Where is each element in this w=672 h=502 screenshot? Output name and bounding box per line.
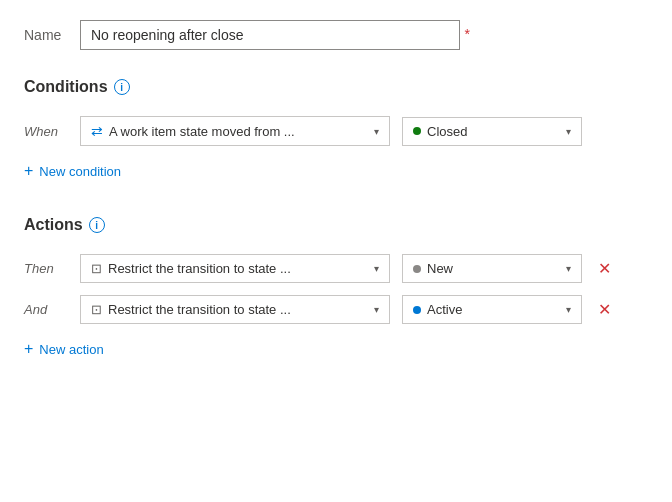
actions-header: Actions i (24, 216, 648, 234)
actions-section: Actions i Then ⊡ Restrict the transition… (24, 216, 648, 362)
conditions-header: Conditions i (24, 78, 648, 96)
action-and-delete-button[interactable]: ✕ (594, 296, 615, 323)
action-and-chevron: ▾ (374, 304, 379, 315)
action-and-type-text: Restrict the transition to state ... (108, 302, 291, 317)
action-then-delete-button[interactable]: ✕ (594, 255, 615, 282)
actions-info-icon[interactable]: i (89, 217, 105, 233)
new-action-plus-icon: + (24, 340, 33, 358)
and-label: And (24, 302, 68, 317)
action-and-type-content: ⊡ Restrict the transition to state ... (91, 302, 291, 317)
action-then-state-dropdown[interactable]: New ▾ (402, 254, 582, 283)
action-and-row: And ⊡ Restrict the transition to state .… (24, 295, 648, 324)
conditions-info-icon[interactable]: i (114, 79, 130, 95)
action-then-chevron: ▾ (374, 263, 379, 274)
delete-then-icon: ✕ (598, 259, 611, 278)
action-then-state-content: New (413, 261, 453, 276)
action-then-type-text: Restrict the transition to state ... (108, 261, 291, 276)
condition-state-chevron: ▾ (566, 126, 571, 137)
condition-state-dot (413, 127, 421, 135)
when-label: When (24, 124, 68, 139)
action-and-state-dot (413, 306, 421, 314)
required-star: * (465, 26, 470, 42)
condition-state-dropdown[interactable]: Closed ▾ (402, 117, 582, 146)
new-condition-plus-icon: + (24, 162, 33, 180)
conditions-section: Conditions i When ⇄ A work item state mo… (24, 78, 648, 184)
actions-title: Actions (24, 216, 83, 234)
conditions-when-row: When ⇄ A work item state moved from ... … (24, 116, 648, 146)
new-action-button[interactable]: + New action (24, 336, 104, 362)
condition-type-content: ⇄ A work item state moved from ... (91, 123, 295, 139)
conditions-title: Conditions (24, 78, 108, 96)
condition-type-chevron: ▾ (374, 126, 379, 137)
action-and-state-chevron: ▾ (566, 304, 571, 315)
name-input-wrapper: * (80, 20, 460, 50)
name-row: Name * (24, 20, 648, 50)
condition-type-text: A work item state moved from ... (109, 124, 295, 139)
condition-type-dropdown[interactable]: ⇄ A work item state moved from ... ▾ (80, 116, 390, 146)
restrict-then-icon: ⊡ (91, 261, 102, 276)
restrict-and-icon: ⊡ (91, 302, 102, 317)
action-and-type-dropdown[interactable]: ⊡ Restrict the transition to state ... ▾ (80, 295, 390, 324)
condition-state-text: Closed (427, 124, 467, 139)
then-label: Then (24, 261, 68, 276)
action-and-state-content: Active (413, 302, 462, 317)
action-and-state-dropdown[interactable]: Active ▾ (402, 295, 582, 324)
new-condition-label: New condition (39, 164, 121, 179)
name-input[interactable] (80, 20, 460, 50)
action-then-state-text: New (427, 261, 453, 276)
new-action-label: New action (39, 342, 103, 357)
swap-icon: ⇄ (91, 123, 103, 139)
action-then-state-chevron: ▾ (566, 263, 571, 274)
delete-and-icon: ✕ (598, 300, 611, 319)
name-label: Name (24, 27, 64, 43)
action-and-state-text: Active (427, 302, 462, 317)
new-condition-button[interactable]: + New condition (24, 158, 121, 184)
condition-state-content: Closed (413, 124, 467, 139)
action-then-type-content: ⊡ Restrict the transition to state ... (91, 261, 291, 276)
action-then-state-dot (413, 265, 421, 273)
action-then-type-dropdown[interactable]: ⊡ Restrict the transition to state ... ▾ (80, 254, 390, 283)
action-then-row: Then ⊡ Restrict the transition to state … (24, 254, 648, 283)
